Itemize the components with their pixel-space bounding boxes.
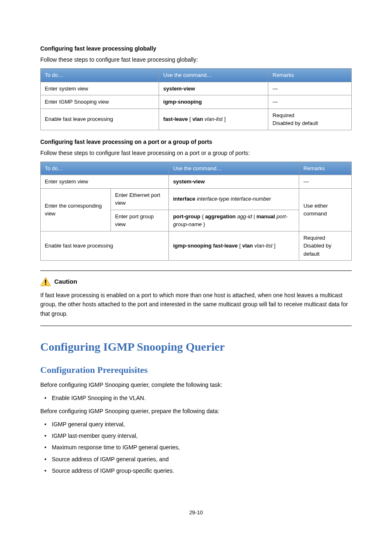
table-global: To do… Use the command… Remarks Enter sy… [40,68,352,130]
caution-header: Caution [40,277,352,287]
cell-todo: Enter system view [41,175,169,189]
prereq-list2: IGMP general query interval, IGMP last-m… [40,420,352,476]
heading-prereq: Configuration Prerequisites [40,363,352,377]
cmd-text: igmp-snooping [163,99,202,105]
cell-todo: Enter system view [41,82,159,95]
list-item: IGMP last-member query interval, [40,431,352,440]
page-number: 29-10 [40,509,352,517]
intro-global: Follow these steps to configure fast lea… [40,56,352,64]
caution-text: If fast leave processing is enabled on a… [40,291,352,318]
subhead-port: Configuring fast leave processing on a p… [40,138,352,146]
table-row: Enable fast leave processing igmp-snoopi… [41,231,352,261]
table-row: Enter system view system-view — [41,82,352,95]
cmd-text: system-view [163,86,195,92]
prereq-line2: Before configuring IGMP Snooping querier… [40,407,352,416]
cell-cmd: system-view [159,82,268,95]
prereq-list1: Enable IGMP Snooping in the VLAN. [40,393,352,402]
th-cmd: Use the command… [159,69,268,82]
list-item: Maximum response time to IGMP general qu… [40,443,352,452]
list-item: Enable IGMP Snooping in the VLAN. [40,393,352,402]
svg-rect-1 [45,280,46,283]
intro-port: Follow these steps to configure fast lea… [40,149,352,157]
table-row: Enter IGMP Snooping view igmp-snooping — [41,95,352,109]
cell-todo: Enter Ethernet port view [111,188,168,210]
caution-label: Caution [54,277,77,287]
prereq-line1: Before configuring IGMP Snooping querier… [40,381,352,389]
th-todo: To do… [41,162,169,175]
table-row: Enable fast leave processing fast-leave … [41,109,352,130]
cell-cmd: fast-leave [ vlan vlan-list ] [159,109,268,130]
th-todo: To do… [41,69,159,82]
cell-group: Enter the corresponding view [41,188,111,231]
svg-rect-2 [45,284,46,285]
cell-remark: Use either command [299,188,352,231]
cell-cmd: system-view [169,175,299,189]
cell-todo: Enable fast leave processing [41,109,159,130]
table-row: Enter the corresponding view Enter Ether… [41,188,352,210]
cell-cmd: port-group { aggregation agg-id | manual… [169,210,299,231]
cell-remark: — [268,95,352,109]
warning-triangle-icon [40,277,51,287]
th-remark: Remarks [299,162,352,175]
cell-todo: Enter port group view [111,210,168,231]
cell-cmd: igmp-snooping fast-leave [ vlan vlan-lis… [169,231,299,261]
list-item: Source address of IGMP general queries, … [40,455,352,464]
cell-remark: — [299,175,352,189]
cell-remark: RequiredDisabled by default [268,109,352,130]
cell-todo: Enable fast leave processing [41,231,169,261]
table-port: To do… Use the command… Remarks Enter sy… [40,162,352,261]
list-item: Source address of IGMP group-specific qu… [40,466,352,475]
th-cmd: Use the command… [169,162,299,175]
cell-cmd: interface interface-type interface-numbe… [169,188,299,210]
cell-cmd: igmp-snooping [159,95,268,109]
heading-querier: Configuring IGMP Snooping Querier [40,338,352,356]
cmd-text: system-view [173,178,205,185]
table-row: Enter system view system-view — [41,175,352,189]
caution-box: Caution If fast leave processing is enab… [40,271,352,326]
th-remark: Remarks [268,69,352,82]
list-item: IGMP general query interval, [40,420,352,429]
cell-remark: RequiredDisabled by default [299,231,352,261]
cell-remark: — [268,82,352,95]
subhead-global: Configuring fast leave processing global… [40,44,352,53]
cell-todo: Enter IGMP Snooping view [41,95,159,109]
